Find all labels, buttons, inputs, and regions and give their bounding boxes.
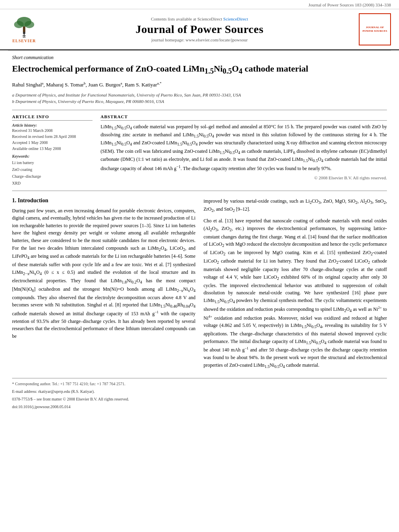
copyright-text: © 2008 Elsevier B.V. All rights reserved… — [101, 175, 387, 180]
elsevier-brand-text: ELSEVIER — [12, 39, 36, 43]
page-wrapper: Journal of Power Sources 183 (2008) 334–… — [0, 0, 399, 532]
abstract-col: ABSTRACT LiMn1.5Ni0.5O4 cathode material… — [101, 114, 387, 187]
top-bar: Journal of Power Sources 183 (2008) 334–… — [0, 0, 399, 9]
elsevier-logo: ELSEVIER — [8, 16, 40, 43]
footnote-star: * Corresponding author. Tel.: +1 787 751… — [12, 381, 387, 387]
received-date: Received 31 March 2008 — [12, 128, 93, 133]
body-section: 1. Introduction During past few years, a… — [12, 197, 387, 373]
article-info-heading: ARTICLE INFO — [12, 114, 93, 121]
article-type: Short communication — [12, 55, 387, 61]
intro-paragraph-1: During past few years, an even increasin… — [12, 207, 195, 340]
article-title: Electrochemical performance of ZnO-coate… — [12, 63, 387, 76]
affiliation-a: a Department of Physics, and Institute f… — [12, 92, 387, 99]
doi-line: doi:10.1016/j.jpowsour.2008.05.014 — [12, 404, 387, 410]
intro-section-title: 1. Introduction — [12, 197, 195, 204]
journal-reference: Journal of Power Sources 183 (2008) 334–… — [309, 2, 391, 7]
issn-line: 0378-7753/$ – see front matter © 2008 El… — [12, 396, 387, 402]
abstract-heading: ABSTRACT — [101, 114, 387, 121]
journal-title: Journal of Power Sources — [40, 23, 359, 36]
history-label: Article history: — [12, 123, 93, 127]
keywords-label: Keywords: — [12, 154, 93, 158]
article-footer: * Corresponding author. Tel.: +1 787 751… — [12, 378, 387, 410]
sciencedirect-anchor[interactable]: ScienceDirect — [223, 16, 248, 21]
journal-header: ELSEVIER Contents lists available at Sci… — [0, 9, 399, 50]
homepage-text: journal homepage: www.elsevier.com/locat… — [151, 37, 247, 42]
logo-right-text: JOURNAL OF POWER SOURCES — [361, 26, 389, 33]
elsevier-tree-icon — [10, 16, 38, 38]
svg-rect-4 — [23, 27, 25, 32]
keywords-list: Li ion battery ZnO coating Charge–discha… — [12, 159, 93, 187]
article-info-abstract: ARTICLE INFO Article history: Received 3… — [12, 110, 387, 191]
body-col-right: improved by various metal-oxide coatings… — [204, 197, 387, 373]
intro-paragraph-3: Cho et al. [13] have reported that nanos… — [204, 217, 387, 370]
abstract-text: LiMn1.5Ni0.5O4 cathode material was prep… — [101, 123, 387, 173]
keyword-1: Li ion battery — [12, 159, 93, 166]
article-content: Short communication Electrochemical perf… — [0, 51, 399, 418]
keyword-4: XRD — [12, 180, 93, 187]
doi-text: doi:10.1016/j.jpowsour.2008.05.014 — [12, 405, 70, 409]
email-label: E-mail address: — [12, 389, 37, 394]
authors-line: Rahul Singhala, Maharaj S. Tomarb, Juan … — [12, 81, 387, 88]
body-col-left: 1. Introduction During past few years, a… — [12, 197, 195, 373]
available-date: Available online 13 May 2008 — [12, 146, 93, 151]
intro-paragraph-2: improved by various metal-oxide coatings… — [204, 197, 387, 214]
email-value: rkatiyar@uprrp.edu (R.S. Katiyar). — [38, 389, 95, 394]
email-footer: E-mail address: rkatiyar@uprrp.edu (R.S.… — [12, 388, 387, 394]
svg-point-5 — [23, 32, 25, 34]
article-info-col: ARTICLE INFO Article history: Received 3… — [12, 114, 93, 187]
affiliations: a Department of Physics, and Institute f… — [12, 92, 387, 105]
svg-point-3 — [25, 21, 34, 28]
journal-center: Contents lists available at ScienceDirec… — [40, 16, 359, 42]
accepted-date: Accepted 1 May 2008 — [12, 140, 93, 145]
contents-text: Contents lists available at ScienceDirec… — [151, 16, 222, 21]
svg-point-2 — [14, 21, 24, 28]
sciencedirect-link: Contents lists available at ScienceDirec… — [40, 16, 359, 21]
intro-section-num: 1. — [12, 197, 16, 203]
journal-logo-right: JOURNAL OF POWER SOURCES — [359, 13, 391, 45]
keyword-2: ZnO coating — [12, 166, 93, 173]
issn-text: 0378-7753/$ – see front matter © 2008 El… — [12, 397, 129, 401]
affiliation-b: b Department of Physics, University of P… — [12, 98, 387, 105]
received-revised-date: Received in revised form 28 April 2008 — [12, 134, 93, 139]
keyword-3: Charge–discharge — [12, 173, 93, 180]
journal-homepage: journal homepage: www.elsevier.com/locat… — [40, 37, 359, 42]
intro-section-name: Introduction — [18, 197, 48, 203]
